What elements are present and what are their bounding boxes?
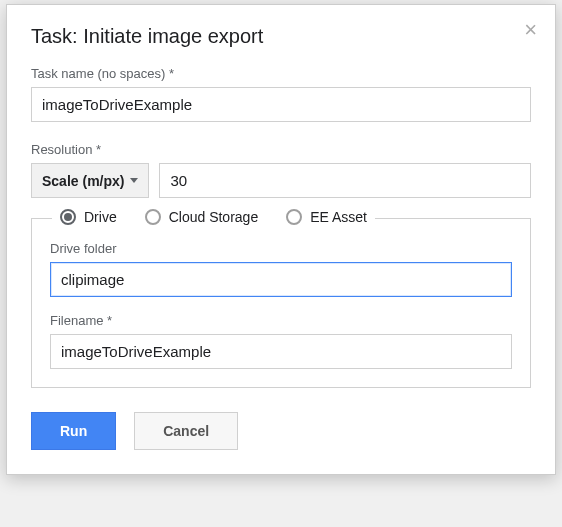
resolution-label: Resolution * [31,142,531,157]
drive-folder-input[interactable] [50,262,512,297]
filename-label: Filename * [50,313,512,328]
close-icon[interactable]: × [524,19,537,41]
scale-select-label: Scale (m/px) [42,173,124,189]
radio-label: Cloud Storage [169,209,259,225]
radio-icon [60,209,76,225]
chevron-down-icon [130,178,138,183]
run-button[interactable]: Run [31,412,116,450]
radio-label: EE Asset [310,209,367,225]
destination-radio-row: Drive Cloud Storage EE Asset [52,209,375,225]
radio-ee-asset[interactable]: EE Asset [286,209,367,225]
dialog-footer: Run Cancel [31,412,531,450]
drive-folder-label: Drive folder [50,241,512,256]
radio-cloud-storage[interactable]: Cloud Storage [145,209,259,225]
radio-drive[interactable]: Drive [60,209,117,225]
filename-section: Filename * [50,313,512,369]
radio-icon [286,209,302,225]
task-name-label: Task name (no spaces) * [31,66,531,81]
radio-icon [145,209,161,225]
resolution-input[interactable] [159,163,531,198]
drive-folder-section: Drive folder [50,241,512,297]
scale-select[interactable]: Scale (m/px) [31,163,149,198]
resolution-section: Resolution * Scale (m/px) [31,142,531,198]
destination-fieldset: Drive Cloud Storage EE Asset Drive folde… [31,218,531,388]
filename-input[interactable] [50,334,512,369]
dialog-title: Task: Initiate image export [31,25,531,48]
radio-label: Drive [84,209,117,225]
task-name-section: Task name (no spaces) * [31,66,531,122]
task-name-input[interactable] [31,87,531,122]
export-dialog: × Task: Initiate image export Task name … [6,4,556,475]
cancel-button[interactable]: Cancel [134,412,238,450]
